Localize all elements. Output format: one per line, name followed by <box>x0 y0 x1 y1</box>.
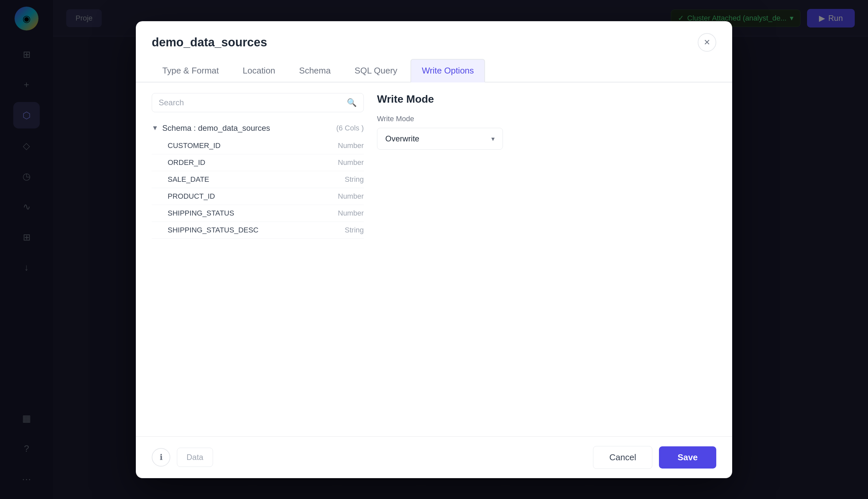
save-button[interactable]: Save <box>659 446 716 468</box>
modal-body: 🔍 ▼ Schema : demo_data_sources (6 Cols )… <box>136 83 732 436</box>
column-type: String <box>345 226 364 234</box>
schema-cols-count: (6 Cols ) <box>336 124 364 132</box>
column-type: String <box>345 175 364 184</box>
modal-tabs: Type & Format Location Schema SQL Query … <box>136 52 732 83</box>
modal-header: demo_data_sources ✕ <box>136 21 732 52</box>
schema-header-name: Schema : demo_data_sources <box>162 123 332 133</box>
cancel-button[interactable]: Cancel <box>593 446 652 469</box>
dropdown-arrow-icon: ▾ <box>491 135 495 143</box>
column-name: SHIPPING_STATUS_DESC <box>168 226 345 234</box>
column-name: ORDER_ID <box>168 158 338 167</box>
table-row: SALE_DATE String <box>152 171 364 188</box>
schema-tree: ▼ Schema : demo_data_sources (6 Cols ) C… <box>152 119 364 426</box>
search-container: 🔍 <box>152 93 364 112</box>
close-button[interactable]: ✕ <box>698 33 716 52</box>
table-row: PRODUCT_ID Number <box>152 188 364 205</box>
write-mode-dropdown[interactable]: Overwrite ▾ <box>377 128 503 150</box>
search-icon: 🔍 <box>347 98 357 107</box>
tab-write-options[interactable]: Write Options <box>410 59 485 83</box>
column-name: SALE_DATE <box>168 175 345 184</box>
table-row: ORDER_ID Number <box>152 154 364 171</box>
info-icon: ℹ <box>160 453 163 462</box>
content-panel: Write Mode Write Mode Overwrite ▾ <box>377 93 716 426</box>
modal-footer: ℹ Data Cancel Save <box>136 436 732 478</box>
table-row: CUSTOMER_ID Number <box>152 137 364 154</box>
data-button[interactable]: Data <box>177 448 213 467</box>
column-name: SHIPPING_STATUS <box>168 209 338 218</box>
write-mode-value: Overwrite <box>385 134 419 143</box>
column-type: Number <box>338 142 364 150</box>
tab-schema[interactable]: Schema <box>289 59 341 83</box>
write-mode-field-label: Write Mode <box>377 114 716 123</box>
tab-type-format[interactable]: Type & Format <box>152 59 230 83</box>
column-name: PRODUCT_ID <box>168 192 338 200</box>
info-button[interactable]: ℹ <box>152 448 170 466</box>
tab-location[interactable]: Location <box>232 59 286 83</box>
modal: demo_data_sources ✕ Type & Format Locati… <box>136 21 732 478</box>
schema-panel: 🔍 ▼ Schema : demo_data_sources (6 Cols )… <box>152 93 364 426</box>
modal-title: demo_data_sources <box>152 35 691 49</box>
column-type: Number <box>338 192 364 200</box>
tab-sql-query[interactable]: SQL Query <box>344 59 408 83</box>
write-mode-section-title: Write Mode <box>377 93 716 105</box>
table-row: SHIPPING_STATUS Number <box>152 205 364 222</box>
chevron-down-icon: ▼ <box>152 124 158 132</box>
column-type: Number <box>338 158 364 167</box>
search-input[interactable] <box>159 98 342 107</box>
column-name: CUSTOMER_ID <box>168 142 338 150</box>
schema-header[interactable]: ▼ Schema : demo_data_sources (6 Cols ) <box>152 119 364 137</box>
column-type: Number <box>338 209 364 218</box>
table-row: SHIPPING_STATUS_DESC String <box>152 222 364 239</box>
